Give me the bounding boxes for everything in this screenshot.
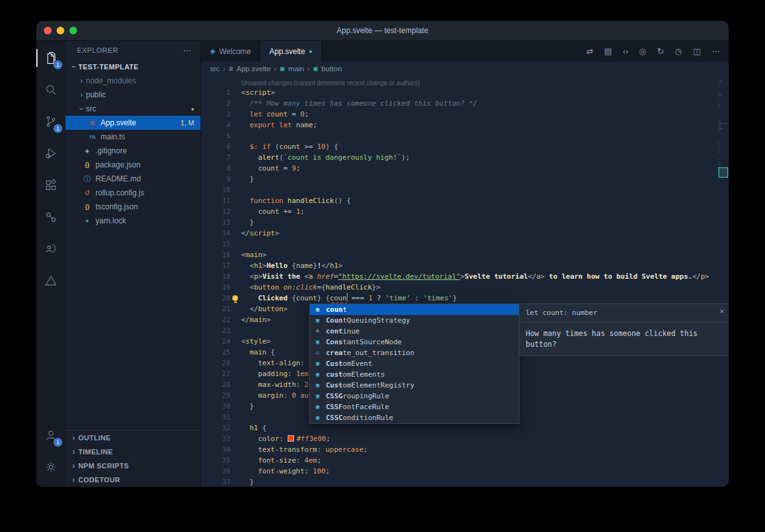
source-control-icon[interactable]: 1 bbox=[36, 107, 66, 136]
suggest-list: ▣count▣CountQueuingStrategy≡continue▣Con… bbox=[309, 304, 519, 424]
search-icon[interactable] bbox=[36, 75, 66, 104]
codetour-icon[interactable] bbox=[36, 266, 66, 295]
code-line: 17 <h1>Hello {name}!</h1> bbox=[201, 260, 729, 271]
code-line: 35 font-size: 4em; bbox=[201, 455, 729, 466]
line-number: 33 bbox=[201, 433, 241, 444]
tab-bar: ◈ Welcome App.svelte ● ⇄ ▤ ‹› ◎ ↻ ◷ ◫ ⋯ bbox=[201, 41, 729, 62]
keybindings-icon[interactable]: ‹› bbox=[622, 46, 628, 56]
suggest-item[interactable]: ▣CSSFontFaceRule bbox=[310, 402, 519, 412]
suggest-item[interactable]: ▣ConstantSourceNode bbox=[310, 337, 519, 347]
editor-group: ◈ Welcome App.svelte ● ⇄ ▤ ‹› ◎ ↻ ◷ ◫ ⋯ bbox=[201, 41, 729, 487]
code-text: <p>Visit the <a href="https://svelte.dev… bbox=[241, 271, 729, 282]
suggest-item[interactable]: ▣count bbox=[310, 304, 519, 315]
folder-row[interactable]: ›public bbox=[66, 88, 200, 102]
github-icon[interactable] bbox=[36, 202, 66, 232]
code-line: 36 font-weight: 100; bbox=[201, 466, 729, 477]
folder-row[interactable]: ›src● bbox=[66, 102, 200, 116]
symbol-var-icon: ▣ bbox=[313, 380, 322, 391]
suggest-item[interactable]: ▣CSSGroupingRule bbox=[310, 391, 519, 402]
code-text: color: #ff3e00; bbox=[241, 433, 729, 444]
minimap-line bbox=[718, 97, 719, 98]
suggest-item[interactable]: ▣CSSConditionRule bbox=[310, 412, 519, 423]
explorer-icon[interactable]: 1 bbox=[36, 43, 66, 73]
close-icon[interactable]: × bbox=[720, 306, 724, 317]
suggest-item[interactable]: ◇create_out_transition bbox=[310, 347, 519, 358]
more-actions-icon[interactable]: ⋯ bbox=[183, 46, 192, 55]
liveshare-icon[interactable] bbox=[36, 234, 66, 263]
line-number: 36 bbox=[201, 466, 241, 477]
file-label: main.ts bbox=[101, 132, 200, 141]
yarn-file-icon: ● bbox=[82, 218, 92, 224]
run-debug-icon[interactable] bbox=[36, 139, 66, 168]
code-lines: 1<script>2 /** How many times has someon… bbox=[201, 87, 729, 487]
code-line: 10 bbox=[201, 185, 729, 195]
close-window-button[interactable] bbox=[44, 27, 52, 34]
code-line: 32 h1 { bbox=[201, 423, 729, 433]
code-editor[interactable]: Unsaved changes (cannot determine recent… bbox=[201, 76, 729, 487]
chevron-right-icon: › bbox=[274, 65, 276, 73]
minimap-line bbox=[718, 91, 720, 92]
goto-symbol-icon[interactable]: ◎ bbox=[639, 46, 646, 56]
lightbulb-icon[interactable] bbox=[232, 295, 238, 301]
suggest-label: ConstantSourceNode bbox=[326, 337, 402, 347]
suggest-item[interactable]: ▣CustomEvent bbox=[310, 358, 519, 369]
suggest-label: CustomElementRegistry bbox=[326, 380, 414, 391]
suggest-item[interactable]: ▣CountQueuingStrategy bbox=[310, 315, 519, 326]
zoom-window-button[interactable] bbox=[69, 27, 77, 34]
section-label: NPM SCRIPTS bbox=[78, 462, 129, 470]
minimap-line bbox=[718, 159, 719, 160]
file-row[interactable]: {}package.json bbox=[66, 158, 200, 172]
breadcrumb-item-src[interactable]: src bbox=[210, 65, 220, 73]
minimap[interactable] bbox=[717, 76, 729, 487]
code-line: 3 let count = 0; bbox=[201, 109, 729, 120]
breadcrumb-item-main[interactable]: main bbox=[288, 65, 304, 73]
file-row[interactable]: {}tsconfig.json bbox=[66, 200, 200, 214]
line-number: 5 bbox=[201, 130, 241, 141]
suggest-item[interactable]: ▣CustomElementRegistry bbox=[310, 380, 519, 391]
code-text: } bbox=[241, 477, 729, 487]
file-row[interactable]: TSmain.ts bbox=[66, 130, 200, 144]
minimap-line bbox=[718, 117, 719, 118]
code-text: text-transform: uppercase; bbox=[241, 444, 729, 455]
tab-app-svelte[interactable]: App.svelte ● bbox=[260, 41, 321, 62]
gitlens-blame-annotation[interactable]: Unsaved changes (cannot determine recent… bbox=[201, 76, 729, 87]
sidebar-section-timeline[interactable]: ›TIMELINE bbox=[66, 445, 200, 459]
suggest-docs-panel: let count: number How many times has som… bbox=[519, 304, 729, 356]
tab-welcome[interactable]: ◈ Welcome bbox=[201, 41, 260, 62]
symbol-kw-icon: ≡ bbox=[313, 326, 322, 337]
sidebar-section-npm-scripts[interactable]: ›NPM SCRIPTS bbox=[66, 459, 200, 473]
file-row[interactable]: ⓘREADME.md bbox=[66, 172, 200, 186]
sync-icon[interactable]: ↻ bbox=[657, 46, 664, 56]
more-actions-icon[interactable]: ⋯ bbox=[712, 46, 720, 56]
suggest-label: count bbox=[326, 304, 347, 315]
line-number: 24 bbox=[201, 336, 241, 347]
breadcrumb-item-file[interactable]: App.svelte bbox=[237, 65, 271, 73]
minimize-window-button[interactable] bbox=[57, 27, 64, 34]
suggest-item[interactable]: ▣customElements bbox=[310, 369, 519, 380]
symbol-var-icon: ▣ bbox=[313, 391, 322, 402]
editor-actions: ⇄ ▤ ‹› ◎ ↻ ◷ ◫ ⋯ bbox=[586, 41, 729, 62]
file-row[interactable]: ↺rollup.config.js bbox=[66, 186, 200, 200]
account-icon[interactable]: 1 bbox=[36, 421, 66, 450]
code-text: function handleClick() { bbox=[241, 195, 729, 206]
history-icon[interactable]: ◷ bbox=[675, 46, 682, 56]
welcome-icon: ◈ bbox=[210, 47, 215, 55]
sidebar-section-codetour[interactable]: ›CODETOUR bbox=[66, 473, 200, 487]
extensions-icon[interactable] bbox=[36, 171, 66, 200]
split-editor-icon[interactable]: ◫ bbox=[693, 46, 701, 56]
file-row[interactable]: ●yarn.lock bbox=[66, 214, 200, 228]
compare-changes-icon[interactable]: ⇄ bbox=[586, 46, 593, 56]
suggest-item[interactable]: ≡continue bbox=[310, 326, 519, 337]
open-changes-icon[interactable]: ▤ bbox=[604, 46, 612, 56]
source-control-badge: 1 bbox=[53, 124, 62, 133]
info-file-icon: ⓘ bbox=[82, 174, 92, 184]
workspace-root-row[interactable]: › TEST-TEMPLATE bbox=[66, 60, 200, 74]
breadcrumb-item-button[interactable]: button bbox=[321, 65, 342, 73]
sidebar-section-outline[interactable]: ›OUTLINE bbox=[66, 431, 200, 445]
code-line: 11 function handleClick() { bbox=[201, 195, 729, 206]
file-row[interactable]: ≋App.svelte1, M bbox=[66, 116, 200, 130]
folder-row[interactable]: ›node_modules bbox=[66, 74, 200, 88]
code-line: 33 color: #ff3e00; bbox=[201, 433, 729, 444]
file-row[interactable]: ◈.gitignore bbox=[66, 144, 200, 158]
settings-gear-icon[interactable] bbox=[36, 452, 66, 482]
